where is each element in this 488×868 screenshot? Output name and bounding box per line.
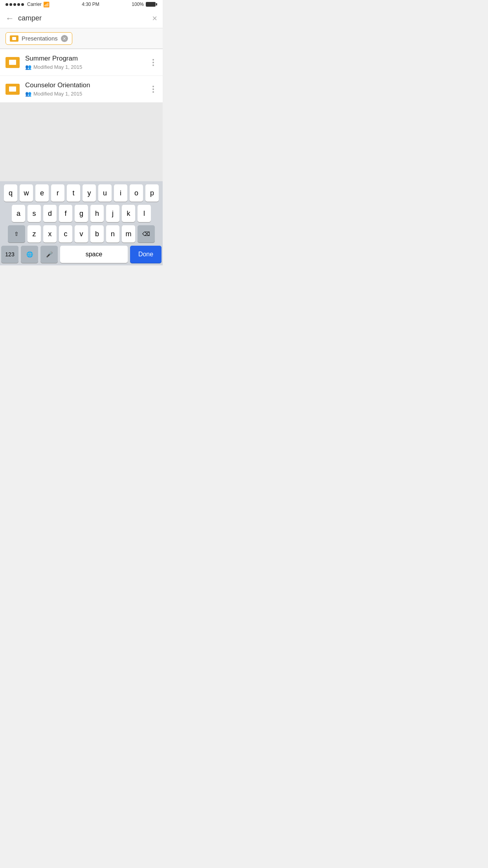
result-meta: 👥 Modified May 1, 2015	[25, 64, 149, 70]
result-meta: 👥 Modified May 1, 2015	[25, 91, 149, 97]
search-bar: ← camper ×	[0, 9, 163, 28]
key-k[interactable]: k	[122, 205, 135, 222]
key-h[interactable]: h	[90, 205, 104, 222]
status-left: Carrier 📶	[6, 2, 50, 7]
wifi-icon: 📶	[43, 2, 50, 7]
key-s[interactable]: s	[28, 205, 41, 222]
key-q[interactable]: q	[4, 184, 17, 202]
result-date: Modified May 1, 2015	[33, 91, 82, 97]
presentations-chip-label: Presentations	[22, 35, 58, 42]
key-d[interactable]: d	[43, 205, 57, 222]
delete-key[interactable]: ⌫	[138, 225, 155, 243]
key-z[interactable]: z	[28, 225, 41, 243]
shared-icon: 👥	[25, 91, 31, 97]
more-options-button[interactable]	[149, 84, 157, 94]
presentation-icon	[6, 84, 20, 95]
remove-filter-button[interactable]	[61, 35, 68, 42]
keyboard-bottom-row: 123 🌐 🎤 space Done	[1, 246, 161, 263]
back-button[interactable]: ←	[6, 13, 14, 24]
empty-area	[0, 103, 163, 181]
presentations-chip-icon	[10, 35, 18, 42]
keyboard-row-2: a s d f g h j k l	[1, 205, 161, 222]
key-p[interactable]: p	[145, 184, 159, 202]
key-v[interactable]: v	[75, 225, 88, 243]
filter-bar: Presentations	[0, 28, 163, 49]
result-item-summer-program[interactable]: Summer Program 👥 Modified May 1, 2015	[0, 49, 163, 76]
key-c[interactable]: c	[59, 225, 72, 243]
result-info: Counselor Orientation 👥 Modified May 1, …	[25, 81, 149, 97]
key-j[interactable]: j	[106, 205, 119, 222]
key-r[interactable]: r	[51, 184, 64, 202]
globe-key[interactable]: 🌐	[21, 246, 38, 263]
result-title: Counselor Orientation	[25, 81, 149, 89]
numbers-key[interactable]: 123	[1, 246, 18, 263]
presentation-icon	[6, 57, 20, 68]
key-e[interactable]: e	[35, 184, 49, 202]
shift-key[interactable]: ⇧	[8, 225, 25, 243]
result-title: Summer Program	[25, 55, 149, 63]
clear-search-button[interactable]: ×	[152, 13, 157, 24]
results-list: Summer Program 👥 Modified May 1, 2015 Co…	[0, 49, 163, 103]
key-a[interactable]: a	[12, 205, 25, 222]
done-key[interactable]: Done	[130, 246, 161, 263]
signal-dots	[6, 3, 24, 6]
key-o[interactable]: o	[130, 184, 143, 202]
key-t[interactable]: t	[67, 184, 80, 202]
result-item-counselor-orientation[interactable]: Counselor Orientation 👥 Modified May 1, …	[0, 76, 163, 103]
more-options-button[interactable]	[149, 57, 157, 68]
key-l[interactable]: l	[138, 205, 151, 222]
search-query[interactable]: camper	[18, 14, 152, 22]
key-b[interactable]: b	[90, 225, 104, 243]
keyboard-row-3: ⇧ z x c v b n m ⌫	[1, 225, 161, 243]
result-date: Modified May 1, 2015	[33, 64, 82, 70]
key-u[interactable]: u	[98, 184, 112, 202]
key-n[interactable]: n	[106, 225, 119, 243]
battery-percent: 100%	[132, 2, 144, 7]
keyboard-row-1: q w e r t y u i o p	[1, 184, 161, 202]
battery-icon	[146, 2, 157, 7]
presentations-filter-chip[interactable]: Presentations	[6, 32, 72, 45]
space-key[interactable]: space	[60, 246, 128, 263]
key-x[interactable]: x	[43, 225, 57, 243]
microphone-key[interactable]: 🎤	[40, 246, 58, 263]
key-y[interactable]: y	[83, 184, 96, 202]
status-bar: Carrier 📶 4:30 PM 100%	[0, 0, 163, 9]
status-right: 100%	[132, 2, 157, 7]
key-f[interactable]: f	[59, 205, 72, 222]
key-g[interactable]: g	[75, 205, 88, 222]
key-w[interactable]: w	[20, 184, 33, 202]
result-info: Summer Program 👥 Modified May 1, 2015	[25, 55, 149, 70]
carrier-label: Carrier	[27, 2, 42, 7]
status-time: 4:30 PM	[82, 2, 99, 7]
key-i[interactable]: i	[114, 184, 127, 202]
key-m[interactable]: m	[122, 225, 135, 243]
shared-icon: 👥	[25, 64, 31, 70]
keyboard: q w e r t y u i o p a s d f g h j k l ⇧ …	[0, 181, 163, 265]
